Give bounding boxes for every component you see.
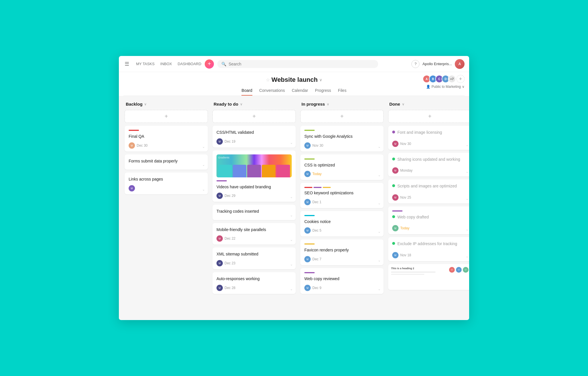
inbox-link[interactable]: INBOX (160, 62, 172, 66)
card-expand-cookies[interactable]: ⌄ (378, 230, 381, 234)
card-title-seo-keywords: SEO keyword optimizations (304, 190, 380, 196)
add-project-button[interactable]: + (205, 59, 214, 69)
tab-files[interactable]: Files (338, 86, 347, 96)
card-expand-xml-sitemap[interactable]: ⌄ (290, 262, 293, 266)
card-avatar-font-licensing: U (392, 141, 399, 147)
card-date-sync-analytics: Nov 30 (312, 144, 323, 148)
card-date-scripts-images: Nov 25 (400, 195, 411, 199)
column-done-chevron[interactable]: ∨ (402, 102, 405, 106)
card-title-mobile-friendly: Mobile-friendly site parallels (216, 227, 292, 233)
card-expand-sync-analytics[interactable]: ⌄ (378, 145, 381, 149)
card-label-web-copy-reviewed (304, 272, 315, 273)
tab-calendar[interactable]: Calendar (292, 86, 308, 96)
privacy-setting[interactable]: 👤 Public to Marketing ∨ (426, 85, 465, 89)
tab-progress[interactable]: Progress (315, 86, 331, 96)
card-seo-keywords: SEO keyword optimizations U Dec 1 ⌄ (300, 183, 384, 208)
card-expand-css-optimized[interactable]: ⌄ (378, 173, 381, 177)
card-meta-auto-responses: U Dec 28 (216, 285, 292, 291)
card-meta-scripts-images: U Nov 25 (392, 194, 467, 201)
card-date-seo-keywords: Dec 1 (312, 200, 321, 204)
card-title-sharing-icons: Sharing icons updated and working (397, 157, 460, 162)
card-title-auto-responses: Auto-responses working (216, 276, 292, 282)
card-expand-auto-responses[interactable]: ⌄ (290, 287, 293, 291)
column-in-progress: In progress ∨ + Sync with Google Analyti… (300, 102, 384, 314)
user-name: Apollo Enterpris... (422, 62, 452, 66)
column-backlog-header: Backlog ∨ (125, 102, 208, 106)
tab-conversations[interactable]: Conversations (259, 86, 285, 96)
privacy-chevron: ∨ (462, 85, 465, 89)
card-title-exclude-ip: Exclude IP addresses for tracking (397, 241, 457, 247)
column-backlog-chevron[interactable]: ∨ (144, 102, 147, 106)
card-font-licensing: Font and image licensing U Nov 30 ⌄ (388, 126, 469, 150)
card-expand-web-copy-reviewed[interactable]: ⌄ (378, 287, 381, 291)
privacy-label: Public to Marketing (432, 85, 461, 89)
gradient-label: Gradients (216, 156, 292, 159)
card-expand-videos-branding[interactable]: ⌄ (290, 195, 293, 199)
card-date-favicon: Dec 7 (312, 257, 321, 261)
card-avatar-seo-keywords: U (304, 199, 311, 205)
add-card-backlog-button[interactable]: + (125, 110, 208, 123)
favorite-icon[interactable]: ☆ (266, 77, 270, 83)
add-member-button[interactable]: + (457, 75, 465, 83)
card-expand-favicon[interactable]: ⌄ (378, 258, 381, 262)
user-avatar[interactable]: A (455, 59, 465, 69)
team-avatars: A B C D +7 + (423, 75, 465, 83)
card-expand-font-licensing[interactable]: ⌄ (466, 143, 469, 147)
preview-avatar-row: U U U (449, 267, 469, 273)
card-expand-css-html[interactable]: ⌄ (290, 141, 293, 145)
card-meta-mobile-friendly: U Dec 22 (216, 235, 292, 242)
help-button[interactable]: ? (411, 60, 419, 68)
column-done-header: Done ∨ (388, 102, 469, 106)
search-input[interactable] (229, 62, 374, 66)
card-expand-web-copy-drafted[interactable]: ⌄ (466, 227, 469, 231)
column-in-progress-chevron[interactable]: ∨ (327, 102, 329, 106)
card-date-exclude-ip: Nov 18 (400, 253, 411, 257)
swatch-2 (233, 165, 247, 177)
dashboard-link[interactable]: DASHBOARD (178, 62, 201, 66)
card-image-videos-branding: Gradients (216, 154, 292, 177)
card-expand-forms-submit[interactable]: ⌄ (202, 163, 205, 167)
card-meta-xml-sitemap: U Dec 23 (216, 260, 292, 266)
add-card-done-button[interactable]: + (388, 110, 469, 123)
card-expand-seo-keywords[interactable]: ⌄ (378, 201, 381, 205)
project-title: Website launch (272, 76, 318, 84)
column-ready-chevron[interactable]: ∨ (240, 102, 243, 106)
card-meta-cookies: U Dec 5 (304, 227, 380, 234)
preview-heading: This is a heading 2 (391, 267, 447, 270)
preview-content: This is a heading 2 U U U (391, 267, 469, 276)
card-meta-css-optimized: U Today (304, 171, 380, 177)
privacy-icon: 👤 (426, 85, 430, 89)
card-meta-seo-keywords: U Dec 1 (304, 199, 380, 205)
card-scripts-images: Scripts and images are optimized U Nov 2… (388, 179, 469, 203)
column-backlog-title: Backlog (126, 102, 142, 106)
add-card-in-progress-button[interactable]: + (300, 110, 384, 123)
card-avatar-exclude-ip: U (392, 252, 399, 258)
card-expand-scripts-images[interactable]: ⌄ (466, 197, 469, 201)
card-expand-tracking-codes[interactable]: ⌄ (290, 213, 293, 217)
hamburger-icon[interactable]: ☰ (123, 60, 130, 68)
card-tracking-codes: Tracking codes inserted ⌄ (212, 205, 296, 220)
column-in-progress-header: In progress ∨ (300, 102, 384, 106)
card-avatar-auto-responses: U (216, 285, 223, 291)
card-expand-sharing-icons[interactable]: ⌄ (466, 170, 469, 174)
card-expand-mobile-friendly[interactable]: ⌄ (290, 238, 293, 242)
add-card-ready-button[interactable]: + (212, 110, 296, 123)
card-avatar-xml-sitemap: U (216, 260, 223, 266)
card-auto-responses: Auto-responses working U Dec 28 ⌄ (212, 272, 296, 294)
card-mobile-friendly: Mobile-friendly site parallels U Dec 22 … (212, 223, 296, 245)
card-title-css-html: CSS/HTML validated (216, 130, 292, 135)
card-cookies-notice: Cookies notice U Dec 5 ⌄ (300, 211, 384, 237)
card-expand-final-qa[interactable]: ⌄ (202, 145, 205, 149)
app-window: ☰ MY TASKS INBOX DASHBOARD + 🔍 ? Apollo … (119, 56, 469, 320)
column-backlog: Backlog ∨ + Final QA U Dec 30 ⌄ Forms su… (125, 102, 208, 314)
my-tasks-link[interactable]: MY TASKS (136, 62, 154, 66)
tab-board[interactable]: Board (241, 86, 252, 96)
card-avatar-sync-analytics: U (304, 142, 311, 149)
project-chevron[interactable]: ∨ (319, 77, 322, 82)
search-bar[interactable]: 🔍 (217, 60, 378, 68)
card-date-font-licensing: Nov 30 (400, 142, 411, 146)
card-title-final-qa: Final QA (129, 134, 204, 139)
card-expand-links-across[interactable]: ⌄ (202, 187, 205, 191)
card-title-row-sharing-icons: Sharing icons updated and working (392, 157, 467, 165)
card-expand-exclude-ip[interactable]: ⌄ (466, 254, 469, 258)
